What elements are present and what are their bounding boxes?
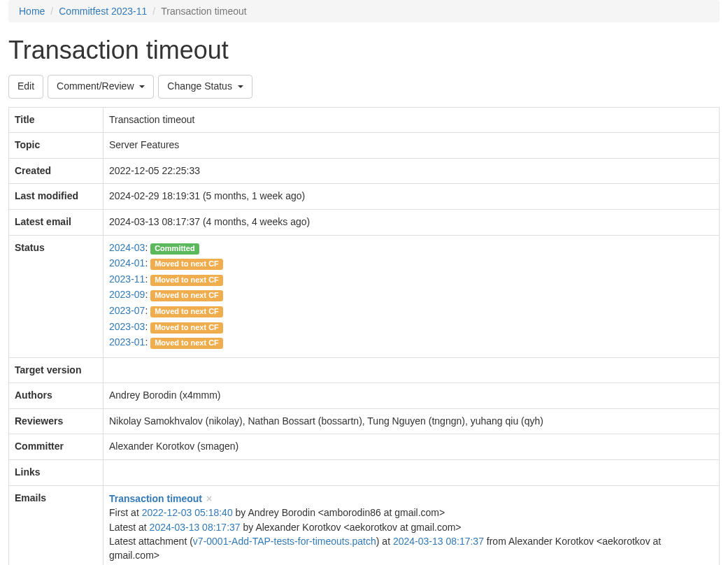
breadcrumb-current: Transaction timeout	[147, 6, 246, 17]
value-target-version	[104, 357, 720, 383]
status-line: 2023-01: Moved to next CF	[109, 336, 713, 350]
value-reviewers: Nikolay Samokhvalov (nikolay), Nathan Bo…	[104, 408, 720, 434]
caret-down-icon	[238, 85, 243, 88]
value-authors: Andrey Borodin (x4mmm)	[104, 383, 720, 409]
label-target-version: Target version	[9, 357, 104, 383]
value-committer: Alexander Korotkov (smagen)	[104, 434, 720, 460]
table-row: Authors Andrey Borodin (x4mmm)	[9, 383, 720, 409]
action-toolbar: Edit Comment/Review Change Status	[8, 75, 720, 99]
table-row: Committer Alexander Korotkov (smagen)	[9, 434, 720, 460]
email-thread-title-link[interactable]: Transaction timeout	[109, 493, 202, 504]
table-row: Status 2024-03: Committed2024-01: Moved …	[9, 235, 720, 357]
comment-review-label: Comment/Review	[57, 80, 134, 92]
value-title: Transaction timeout	[104, 107, 720, 133]
label-latest-email: Latest email	[9, 209, 104, 235]
edit-button[interactable]: Edit	[8, 75, 43, 99]
table-row: Reviewers Nikolay Samokhvalov (nikolay),…	[9, 408, 720, 434]
status-period-link[interactable]: 2023-03	[109, 321, 145, 332]
status-period-link[interactable]: 2024-03	[109, 242, 145, 253]
label-title: Title	[9, 107, 104, 133]
page-title: Transaction timeout	[8, 36, 720, 64]
status-line: 2024-01: Moved to next CF	[109, 257, 713, 271]
email-first-time-link[interactable]: 2022-12-03 05:18:40	[142, 507, 233, 518]
label-links: Links	[9, 460, 104, 486]
status-line: 2023-09: Moved to next CF	[109, 288, 713, 302]
email-first-by: by Andrey Borodin <amborodin86 at gmail.…	[233, 507, 445, 518]
change-status-label: Change Status	[167, 80, 232, 92]
status-badge: Moved to next CF	[150, 306, 223, 317]
label-topic: Topic	[9, 133, 104, 159]
details-table: Title Transaction timeout Topic Server F…	[8, 107, 720, 565]
value-emails: Transaction timeout × First at 2022-12-0…	[104, 485, 720, 565]
table-row: Created 2022-12-05 22:25:33	[9, 158, 720, 184]
table-row: Latest email 2024-03-13 08:17:37 (4 mont…	[9, 209, 720, 235]
table-row: Links	[9, 460, 720, 486]
breadcrumb: Home Commitfest 2023-11 Transaction time…	[8, 0, 720, 22]
label-reviewers: Reviewers	[9, 408, 104, 434]
label-emails: Emails	[9, 485, 104, 565]
status-line: 2024-03: Committed	[109, 241, 713, 255]
value-created: 2022-12-05 22:25:33	[104, 158, 720, 184]
status-badge: Moved to next CF	[150, 275, 223, 286]
status-period-link[interactable]: 2023-01	[109, 336, 145, 348]
change-status-button[interactable]: Change Status	[158, 75, 252, 99]
value-last-modified: 2024-02-29 18:19:31 (5 months, 1 week ag…	[104, 184, 720, 210]
status-badge: Moved to next CF	[150, 259, 223, 270]
table-row: Target version	[9, 357, 720, 383]
breadcrumb-home[interactable]: Home	[19, 6, 45, 17]
label-status: Status	[9, 235, 104, 357]
status-badge: Moved to next CF	[150, 322, 223, 334]
value-links	[104, 460, 720, 486]
label-committer: Committer	[9, 434, 104, 460]
value-status: 2024-03: Committed2024-01: Moved to next…	[104, 235, 720, 357]
table-row: Title Transaction timeout	[9, 107, 720, 133]
status-period-link[interactable]: 2023-11	[109, 273, 145, 285]
email-attach-name-link[interactable]: v7-0001-Add-TAP-tests-for-timeouts.patch	[193, 536, 376, 547]
table-row: Last modified 2024-02-29 18:19:31 (5 mon…	[9, 184, 720, 210]
caret-down-icon	[139, 85, 145, 88]
email-attach-paren-at: ) at	[376, 536, 393, 547]
label-authors: Authors	[9, 383, 104, 409]
label-created: Created	[9, 158, 104, 184]
email-latest-by: by Alexander Korotkov <aekorotkov at gma…	[241, 522, 462, 533]
status-line: 2023-07: Moved to next CF	[109, 304, 713, 318]
value-topic: Server Features	[104, 133, 720, 159]
status-period-link[interactable]: 2023-09	[109, 289, 145, 300]
close-icon[interactable]: ×	[206, 493, 212, 504]
status-badge: Moved to next CF	[150, 290, 223, 301]
status-line: 2023-11: Moved to next CF	[109, 273, 713, 287]
comment-review-button[interactable]: Comment/Review	[48, 75, 154, 99]
email-attach-time-link[interactable]: 2024-03-13 08:17:37	[393, 536, 484, 547]
table-row: Emails Transaction timeout × First at 20…	[9, 485, 720, 565]
email-latest-time-link[interactable]: 2024-03-13 08:17:37	[150, 522, 241, 533]
table-row: Topic Server Features	[9, 133, 720, 159]
label-last-modified: Last modified	[9, 184, 104, 210]
breadcrumb-commitfest[interactable]: Commitfest 2023-11	[59, 6, 147, 17]
email-latest-prefix: Latest at	[109, 522, 150, 533]
value-latest-email: 2024-03-13 08:17:37 (4 months, 4 weeks a…	[104, 209, 720, 235]
status-line: 2023-03: Moved to next CF	[109, 320, 713, 334]
email-first-prefix: First at	[109, 507, 142, 518]
status-period-link[interactable]: 2023-07	[109, 305, 145, 316]
email-attach-prefix: Latest attachment (	[109, 536, 193, 547]
status-period-link[interactable]: 2024-01	[109, 257, 145, 269]
status-badge: Moved to next CF	[150, 338, 223, 349]
status-badge: Committed	[150, 243, 199, 255]
